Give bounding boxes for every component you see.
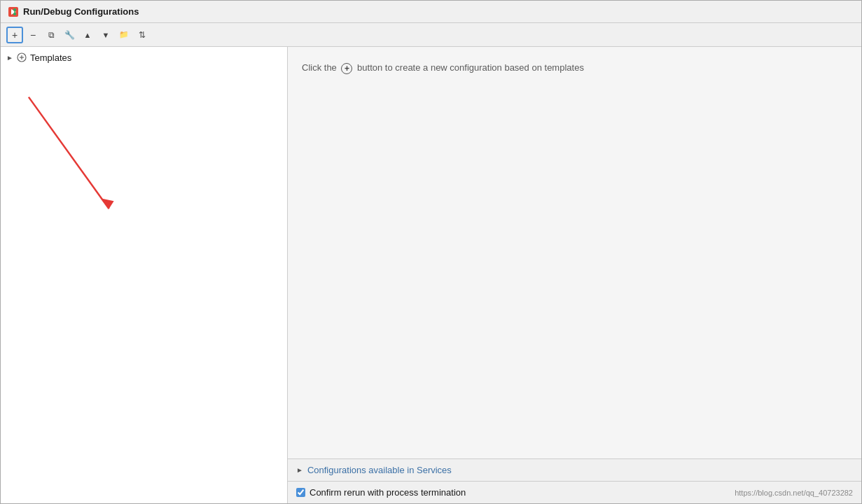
url-label: https://blog.csdn.net/qq_40723282: [735, 489, 853, 497]
dialog-title: Run/Debug Configurations: [23, 6, 139, 17]
templates-label: Templates: [30, 52, 71, 63]
right-panel: Click the + button to create a new confi…: [288, 47, 861, 503]
title-bar-icon: [8, 6, 19, 18]
templates-icon: [16, 52, 27, 63]
left-panel: ► Templates: [1, 47, 288, 503]
sort-button[interactable]: ⇅: [134, 27, 151, 43]
remove-button[interactable]: −: [25, 27, 41, 43]
move-down-button[interactable]: ▼: [97, 27, 114, 43]
bottom-section: ► Configurations available in Services C…: [288, 458, 861, 503]
confirm-checkbox[interactable]: [296, 488, 305, 497]
confirm-label: Confirm rerun with process termination: [310, 487, 466, 498]
svg-point-3: [13, 13, 16, 15]
main-content: ► Templates: [1, 47, 861, 503]
services-expand-arrow[interactable]: ►: [296, 466, 303, 474]
copy-button[interactable]: ⧉: [43, 27, 60, 43]
hint-prefix: Click the: [302, 62, 337, 73]
run-debug-dialog: Run/Debug Configurations + − ⧉ 🔧 ▲ ▼ 📁 ⇅: [0, 0, 862, 504]
hint-plus-symbol: +: [341, 63, 352, 74]
tree-item-templates[interactable]: ► Templates: [1, 50, 287, 65]
move-up-button[interactable]: ▲: [79, 27, 96, 43]
config-tree[interactable]: ► Templates: [1, 47, 287, 503]
settings-button[interactable]: 🔧: [61, 27, 78, 43]
hint-area: Click the + button to create a new confi…: [288, 47, 861, 458]
title-bar: Run/Debug Configurations: [1, 1, 861, 23]
services-label[interactable]: Configurations available in Services: [307, 465, 452, 475]
folder-button[interactable]: 📁: [116, 27, 132, 43]
hint-suffix: button to create a new configuration bas…: [357, 62, 584, 73]
tree-expand-arrow[interactable]: ►: [5, 52, 15, 62]
svg-point-2: [13, 8, 16, 11]
hint-message: Click the + button to create a new confi…: [302, 61, 584, 75]
confirm-row: Confirm rerun with process termination h…: [288, 482, 861, 503]
add-button[interactable]: +: [6, 27, 23, 43]
services-row: ► Configurations available in Services: [288, 459, 861, 482]
toolbar: + − ⧉ 🔧 ▲ ▼ 📁 ⇅: [1, 23, 861, 47]
